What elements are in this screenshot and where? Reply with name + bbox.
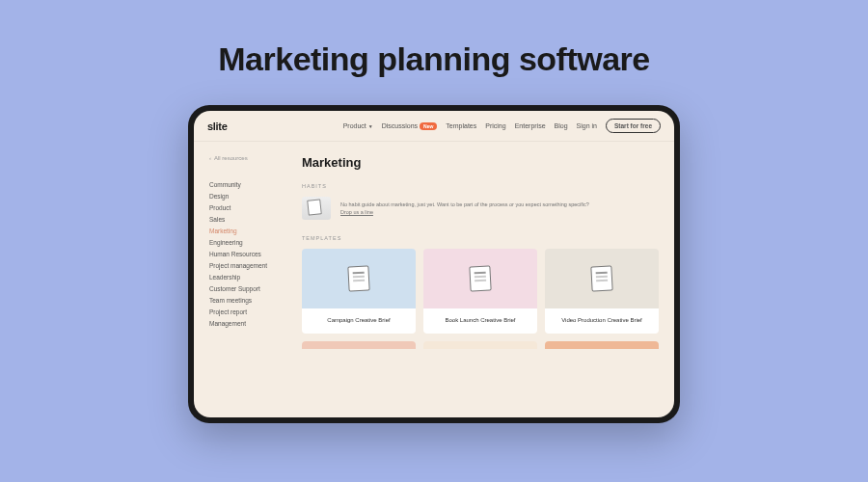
- sidebar-item-product[interactable]: Product: [209, 201, 292, 213]
- template-card-illustration: [302, 249, 416, 308]
- main-content: Marketing HABITS No habit guide about ma…: [302, 142, 674, 417]
- nav-templates[interactable]: Templates: [446, 122, 476, 129]
- sidebar-list: CommunityDesignProductSalesMarketingEngi…: [209, 178, 292, 329]
- habits-row: No habit guide about marketing, just yet…: [302, 197, 659, 220]
- chevron-left-icon: ‹: [209, 155, 211, 161]
- template-card-title: Campaign Creative Brief: [302, 308, 416, 334]
- nav-links: Product ▼ Discussions New Templates Pric…: [343, 119, 661, 133]
- sidebar-item-marketing[interactable]: Marketing: [209, 225, 292, 236]
- nav-signin[interactable]: Sign in: [577, 122, 597, 129]
- habits-text: No habit guide about marketing, just yet…: [340, 201, 589, 217]
- habits-contact-link[interactable]: Drop us a line: [340, 209, 373, 215]
- page-title: Marketing: [302, 155, 659, 170]
- body-area: ‹ All resources CommunityDesignProductSa…: [194, 142, 674, 417]
- sidebar-item-engineering[interactable]: Engineering: [209, 236, 292, 248]
- habits-section-label: HABITS: [302, 183, 659, 189]
- sidebar-item-customer-support[interactable]: Customer Support: [209, 282, 292, 294]
- template-card-partial[interactable]: [423, 341, 537, 349]
- nav-discussions-label: Discussions: [382, 122, 418, 129]
- templates-next-row: [302, 341, 659, 349]
- templates-grid: Campaign Creative BriefBook Launch Creat…: [302, 249, 659, 334]
- sidebar-item-management[interactable]: Management: [209, 317, 292, 329]
- sidebar-item-team-meetings[interactable]: Team meetings: [209, 294, 292, 306]
- tablet-frame: slite Product ▼ Discussions New Template…: [188, 105, 680, 423]
- document-icon: [347, 265, 369, 291]
- nav-product[interactable]: Product ▼: [343, 122, 373, 129]
- sidebar-item-project-report[interactable]: Project report: [209, 306, 292, 317]
- topbar: slite Product ▼ Discussions New Template…: [194, 111, 674, 142]
- nav-enterprise[interactable]: Enterprise: [515, 122, 546, 129]
- sidebar-item-project-management[interactable]: Project management: [209, 259, 292, 271]
- habits-message: No habit guide about marketing, just yet…: [340, 201, 589, 207]
- template-card-illustration: [423, 249, 537, 308]
- sidebar: ‹ All resources CommunityDesignProductSa…: [194, 142, 302, 417]
- sidebar-item-sales[interactable]: Sales: [209, 213, 292, 225]
- start-free-button[interactable]: Start for free: [606, 119, 661, 133]
- sidebar-item-leadership[interactable]: Leadership: [209, 271, 292, 282]
- template-card[interactable]: Campaign Creative Brief: [302, 249, 416, 334]
- nav-product-label: Product: [343, 122, 366, 129]
- new-badge: New: [420, 122, 437, 130]
- template-card-partial[interactable]: [302, 341, 416, 349]
- logo[interactable]: slite: [207, 120, 228, 132]
- all-resources-link[interactable]: ‹ All resources: [209, 155, 292, 161]
- document-icon: [469, 265, 491, 291]
- sidebar-item-community[interactable]: Community: [209, 178, 292, 190]
- document-icon: [590, 265, 612, 291]
- template-card[interactable]: Video Production Creative Brief: [545, 249, 659, 334]
- sidebar-item-design[interactable]: Design: [209, 190, 292, 201]
- sidebar-item-human-resources[interactable]: Human Resources: [209, 248, 292, 259]
- habits-illustration-icon: [302, 197, 331, 220]
- chevron-down-icon: ▼: [368, 123, 373, 129]
- nav-discussions[interactable]: Discussions New: [382, 122, 438, 130]
- template-card-illustration: [545, 249, 659, 308]
- template-card[interactable]: Book Launch Creative Brief: [423, 249, 537, 334]
- nav-blog[interactable]: Blog: [555, 122, 568, 129]
- template-card-title: Book Launch Creative Brief: [423, 308, 537, 334]
- templates-section-label: TEMPLATES: [302, 235, 659, 241]
- template-card-title: Video Production Creative Brief: [545, 308, 659, 334]
- template-card-partial[interactable]: [545, 341, 659, 349]
- app-screen: slite Product ▼ Discussions New Template…: [194, 111, 674, 417]
- nav-pricing[interactable]: Pricing: [485, 122, 505, 129]
- all-resources-label: All resources: [214, 155, 248, 161]
- page-headline: Marketing planning software: [218, 40, 649, 78]
